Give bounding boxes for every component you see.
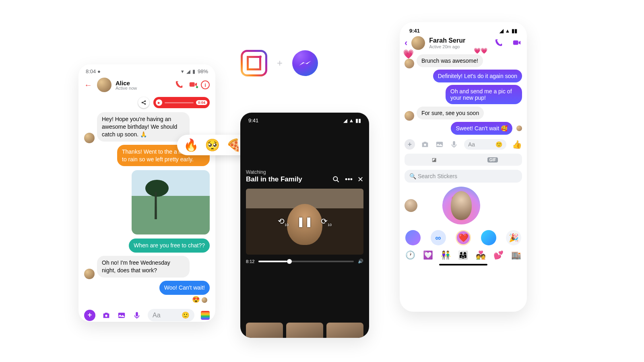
search-placeholder: Search Stickers [418, 173, 457, 179]
pack-people-icon[interactable]: 👫 [441, 250, 451, 260]
close-icon[interactable]: ✕ [357, 175, 363, 184]
participant-tile[interactable] [326, 323, 363, 338]
play-icon[interactable]: ▶ [156, 99, 162, 106]
participants-row [240, 323, 369, 338]
chat-name: Farah Serur [429, 37, 491, 44]
avatar [405, 59, 414, 68]
message-input[interactable]: Aa 🙂 [148, 309, 194, 321]
heart-decoration-icon: 💗 [403, 49, 414, 60]
volume-icon[interactable]: 🔊 [358, 259, 363, 264]
emoji-picker-icon[interactable]: 🙂 [495, 141, 502, 148]
wifi-icon: ▾ [181, 68, 184, 74]
reaction-pizza-icon[interactable]: 🍕 [226, 138, 241, 152]
share-icon[interactable] [138, 97, 149, 108]
svg-rect-11 [453, 141, 455, 146]
phone-right: 9:41 ◢ ▲ ▮▮ ‹ Farah Serur Active 20m ago… [400, 22, 527, 312]
message-out[interactable]: When are you free to chat?? [129, 239, 210, 253]
camera-icon[interactable] [102, 311, 111, 320]
status-bar: 9:41 ◢ ▲ ▮▮ [405, 22, 522, 35]
sticker-search[interactable]: 🔍 Search Stickers [405, 170, 522, 183]
pack-store-icon[interactable]: 🏬 [511, 250, 521, 260]
heart-decoration-icon: 💗💗 [474, 47, 487, 54]
seek-thumb[interactable] [287, 259, 292, 264]
chat-presence: Active now [116, 86, 171, 90]
rewind-10-icon[interactable]: ⟲10 [278, 216, 289, 227]
avatar[interactable] [97, 78, 111, 92]
message-out[interactable]: Definitely! Let's do it again soon [433, 70, 522, 82]
clock: 9:41 [409, 28, 420, 34]
emoji-picker-icon[interactable]: 🙂 [182, 311, 190, 319]
reaction-plead-icon[interactable]: 🥺 [205, 138, 220, 152]
participant-tile[interactable] [286, 323, 323, 338]
camera-icon[interactable] [421, 140, 429, 149]
seek-track[interactable] [258, 261, 354, 262]
selfie-preview[interactable]: 💕 [442, 187, 480, 224]
mic-icon[interactable] [132, 311, 141, 320]
gallery-icon[interactable] [117, 311, 126, 320]
forward-10-icon[interactable]: ⟳10 [321, 216, 332, 227]
video-call-icon[interactable] [188, 80, 197, 89]
svg-rect-6 [136, 312, 138, 316]
effect-confetti[interactable]: 🎉 [506, 230, 521, 245]
effect-arch[interactable] [481, 230, 496, 245]
more-icon[interactable]: ••• [345, 175, 353, 184]
message-in[interactable]: Brunch was awesome! [417, 54, 483, 67]
effect-gradient[interactable] [405, 230, 421, 245]
clock: 9:41 [248, 117, 258, 123]
message-input[interactable]: Aa 🙂 [464, 139, 506, 150]
seek-bar[interactable]: 8:12 🔊 [246, 259, 363, 264]
message-out[interactable]: Sweet! Can't wait 🥰 [451, 122, 512, 135]
reaction-emoji[interactable]: 😍 [192, 296, 200, 303]
signal-icon: ◢ [186, 68, 190, 74]
video-title: Ball in the Family [246, 175, 332, 183]
signal-icon: ◢ [500, 28, 504, 34]
video-call-icon[interactable] [512, 39, 522, 47]
message-in[interactable]: Oh no! I'm free Wednesday night, does th… [97, 256, 190, 278]
tab-gif[interactable]: GIF [463, 154, 522, 166]
pack-couple-icon[interactable]: 💑 [476, 250, 486, 260]
message-out[interactable]: Woo! Can't wait! [159, 281, 210, 295]
tab-stickers[interactable]: ◪ [405, 154, 463, 166]
brand-logos: + [241, 50, 318, 76]
add-button[interactable]: + [405, 139, 415, 150]
thumbs-up-icon[interactable]: 👍 [512, 140, 522, 149]
pack-recent-icon[interactable]: 🕐 [405, 250, 415, 260]
avatar [405, 111, 414, 121]
pack-love-icon[interactable]: 💟 [423, 250, 433, 260]
search-icon[interactable] [332, 175, 340, 183]
phone-left: 8:04 ● ▾ ◢ ▮ 98% ← Alice Active now i [78, 64, 215, 322]
mic-icon[interactable] [450, 140, 458, 149]
image-message[interactable] [132, 170, 210, 234]
participant-tile[interactable] [246, 323, 283, 338]
info-icon[interactable]: i [201, 80, 210, 89]
video-player[interactable]: ⟲10 ❚❚ ⟳10 [246, 189, 363, 255]
back-chevron-icon[interactable]: ‹ [405, 38, 407, 48]
message-in[interactable]: For sure, see you soon [417, 107, 484, 119]
svg-rect-5 [118, 313, 125, 318]
avatar[interactable] [411, 36, 425, 50]
svg-point-1 [142, 102, 142, 103]
pack-hearts-icon[interactable]: 💕 [493, 250, 504, 260]
plus-icon: + [277, 58, 283, 69]
avatar [84, 269, 95, 279]
audio-call-icon[interactable] [175, 80, 184, 89]
audio-call-icon[interactable] [495, 39, 504, 47]
effect-heart[interactable]: ❤️ [456, 230, 471, 245]
svg-rect-10 [436, 142, 443, 147]
compose-bar: + Aa 🙂 👍 [405, 136, 522, 152]
effect-infinity[interactable]: ∞ [431, 230, 446, 245]
rainbow-sticker-icon[interactable] [201, 311, 210, 320]
reaction-fire-icon[interactable]: 🔥 [184, 138, 198, 152]
pack-family-icon[interactable]: 👨‍👩‍👧 [458, 250, 468, 260]
svg-rect-0 [190, 82, 195, 87]
pause-icon[interactable]: ❚❚ [297, 216, 313, 227]
sticker-tab-icon: ◪ [432, 157, 436, 162]
message-in[interactable]: Hey! Hope you're having an awesome birth… [97, 112, 190, 142]
message-out[interactable]: Oh and send me a pic of your new pup! [446, 85, 522, 104]
selfie-thumb[interactable] [405, 199, 417, 212]
gallery-icon[interactable] [435, 140, 444, 149]
voice-message[interactable]: ▶ 0:04 [153, 97, 210, 108]
gif-label: GIF [487, 157, 498, 162]
add-button[interactable]: + [84, 310, 95, 321]
back-arrow-icon[interactable]: ← [84, 80, 93, 90]
